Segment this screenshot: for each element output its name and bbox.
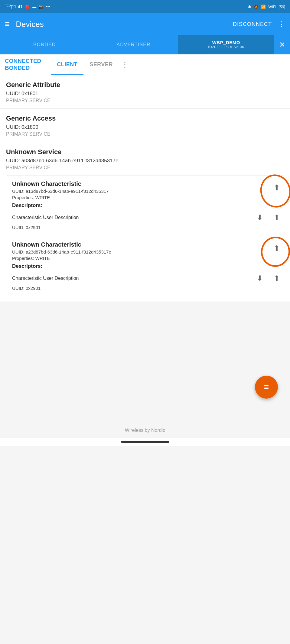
service-generic-attribute-uuid: UUID: 0x1801	[6, 91, 284, 97]
tab-bonded[interactable]: BONDED	[0, 35, 89, 54]
char-2-descriptor-uuid: UUID: 0x2901	[12, 286, 284, 291]
status-more-icon: •••	[46, 5, 50, 9]
notif-icon-1: 🔴	[25, 5, 30, 9]
service-generic-access-name: Generic Access	[6, 115, 284, 122]
tab-client-label: CLIENT	[57, 61, 77, 68]
char-2-actions: ⬆	[267, 241, 284, 256]
service-generic-attribute: Generic Attribute UUID: 0x1801 PRIMARY S…	[0, 75, 290, 108]
char-1-name: Unknown Characteristic	[12, 180, 267, 187]
fab-icon: ≡	[264, 382, 269, 392]
connection-bar: CONNECTED BONDED CLIENT SERVER ⋮	[0, 54, 290, 75]
status-bar: 下午1:41 🔴 ▬ 📷 ••• ✱ 🔕 📶 WiFi [59]	[0, 0, 290, 13]
char-1-upload-button[interactable]: ⬆	[269, 180, 284, 195]
char-1-descriptor-upload-button[interactable]: ⬆	[269, 210, 284, 225]
tab-bonded-label: BONDED	[33, 42, 56, 47]
tab-bar: BONDED ADVERTISER WBP_DEMO B4:0E:CF:2A:6…	[0, 35, 290, 54]
view-more-icon[interactable]: ⋮	[119, 58, 131, 71]
tab-server[interactable]: SERVER	[83, 54, 119, 75]
footer-text: Wireless by Nordic	[125, 428, 165, 433]
char-1-descriptor-uuid: UUID: 0x2901	[12, 225, 284, 230]
char-2-descriptor-name: Characteristic User Description	[12, 276, 79, 281]
service-unknown-uuid: UUID: a03d87bd-63d6-14ab-e911-f312d43531…	[6, 158, 284, 164]
tab-wbp-demo[interactable]: WBP_DEMO B4:0E:CF:2A:62:96	[178, 35, 274, 54]
char-2-uuid: UUID: a23d87bd-63d6-14ab-e911-f312d43531…	[12, 249, 267, 254]
char-2-descriptor-actions: ⬇ ⬆	[253, 271, 284, 286]
connection-line2: BONDED	[5, 65, 41, 72]
menu-icon[interactable]: ≡	[5, 19, 10, 29]
active-tab-address: B4:0E:CF:2A:62:96	[208, 45, 244, 49]
notif-icon-2: ▬	[32, 5, 36, 9]
content: Generic Attribute UUID: 0x1801 PRIMARY S…	[0, 75, 290, 302]
char-1-props: Properties: WRITE	[12, 195, 267, 200]
char-1-descriptor-row: Characteristic User Description ⬇ ⬆	[12, 210, 284, 225]
fab-button[interactable]: ≡	[255, 376, 278, 399]
char-1-descriptor-actions: ⬇ ⬆	[253, 210, 284, 225]
status-left: 下午1:41 🔴 ▬ 📷 •••	[5, 4, 50, 10]
characteristic-2: Unknown Characteristic UUID: a23d87bd-63…	[6, 236, 284, 297]
status-time: 下午1:41	[5, 4, 23, 10]
notif-icon-3: 📷	[39, 5, 44, 9]
service-unknown-type: PRIMARY SERVICE	[6, 165, 284, 170]
app-bar: ≡ Devices DISCONNECT ⋮	[0, 13, 290, 35]
signal-icon: 📶	[261, 5, 266, 9]
char-2-name: Unknown Characteristic	[12, 241, 267, 248]
tab-server-label: SERVER	[90, 61, 113, 68]
char-2-info: Unknown Characteristic UUID: a23d87bd-63…	[12, 241, 267, 263]
disconnect-button[interactable]: DISCONNECT	[233, 21, 272, 28]
view-tabs: CLIENT SERVER ⋮	[51, 54, 285, 75]
char-2-upload-button[interactable]: ⬆	[269, 241, 284, 256]
service-generic-access-type: PRIMARY SERVICE	[6, 131, 284, 137]
char-1-descriptor-name: Characteristic User Description	[12, 215, 79, 220]
char-1-actions: ⬆	[267, 180, 284, 195]
service-generic-access-uuid: UUID: 0x1800	[6, 124, 284, 130]
app-bar-more-icon[interactable]: ⋮	[278, 20, 285, 28]
service-unknown-name: Unknown Service	[6, 148, 284, 156]
tab-client[interactable]: CLIENT	[51, 54, 83, 75]
characteristic-1: Unknown Characteristic UUID: a13d87bd-63…	[6, 175, 284, 236]
char-1-descriptor-download-button[interactable]: ⬇	[253, 210, 267, 225]
service-generic-access: Generic Access UUID: 0x1800 PRIMARY SERV…	[0, 108, 290, 142]
tab-advertiser-label: ADVERTISER	[117, 42, 151, 47]
char-2-descriptor-upload-button[interactable]: ⬆	[269, 271, 284, 286]
home-bar	[121, 441, 169, 443]
char-2-header: Unknown Characteristic UUID: a23d87bd-63…	[12, 241, 284, 263]
char-1-header: Unknown Characteristic UUID: a13d87bd-63…	[12, 180, 284, 202]
app-title: Devices	[16, 20, 233, 29]
char-2-descriptor-download-button[interactable]: ⬇	[253, 271, 267, 286]
bluetooth-icon: ✱	[248, 5, 251, 9]
footer: Wireless by Nordic	[0, 423, 290, 438]
service-unknown: Unknown Service UUID: a03d87bd-63d6-14ab…	[0, 142, 290, 302]
char-1-descriptor-1: Characteristic User Description ⬇ ⬆ UUID…	[12, 210, 284, 230]
connection-status: CONNECTED BONDED	[5, 58, 41, 72]
char-1-info: Unknown Characteristic UUID: a13d87bd-63…	[12, 180, 267, 202]
service-generic-attribute-name: Generic Attribute	[6, 81, 284, 89]
service-generic-attribute-type: PRIMARY SERVICE	[6, 98, 284, 103]
tab-close-icon[interactable]: ✕	[274, 40, 290, 49]
char-1-uuid: UUID: a13d87bd-63d6-14ab-e911-f312d43531…	[12, 189, 267, 194]
connection-line1: CONNECTED	[5, 58, 41, 65]
home-indicator	[0, 438, 290, 446]
char-2-descriptor-row: Characteristic User Description ⬇ ⬆	[12, 271, 284, 286]
battery-icon: [59]	[279, 5, 285, 9]
status-right: ✱ 🔕 📶 WiFi [59]	[248, 5, 285, 9]
char-1-descriptors-label: Descriptors:	[12, 202, 284, 209]
active-tab-name: WBP_DEMO	[212, 40, 240, 45]
char-2-descriptor-1: Characteristic User Description ⬇ ⬆ UUID…	[12, 271, 284, 291]
bottom-spacer: ≡	[0, 302, 290, 423]
char-2-props: Properties: WRITE	[12, 256, 267, 261]
mute-icon: 🔕	[254, 5, 259, 9]
char-2-descriptors-label: Descriptors:	[12, 263, 284, 269]
wifi-icon: WiFi	[268, 5, 276, 9]
tab-advertiser[interactable]: ADVERTISER	[89, 35, 178, 54]
